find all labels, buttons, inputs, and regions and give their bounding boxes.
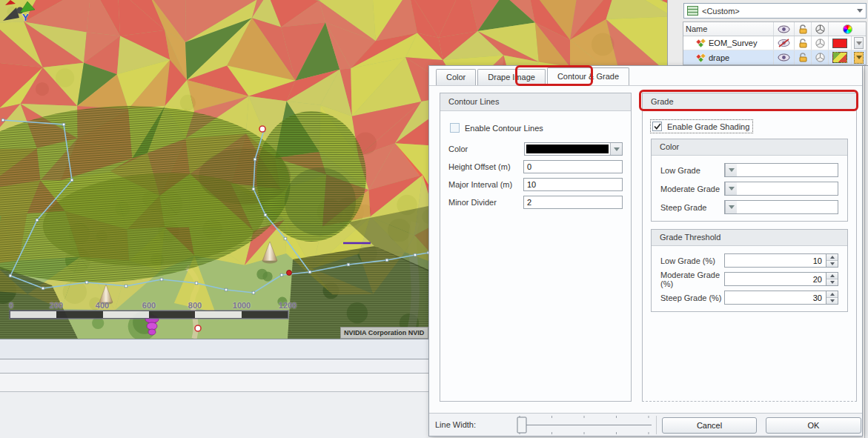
visibility-toggle[interactable]: [774, 36, 795, 50]
grade-threshold-group: Grade Threshold Low Grade (%): [651, 229, 848, 312]
moderate-grade-threshold-field: [724, 272, 838, 286]
minor-divider-input[interactable]: [523, 196, 623, 209]
enable-contour-lines-row[interactable]: Enable Contour Lines: [448, 122, 546, 134]
spin-down-button[interactable]: [826, 261, 838, 267]
layers-panel: <Custom> Name: [667, 0, 868, 66]
sign-marker-1[interactable]: [195, 325, 201, 331]
rainbow-circle-icon: [843, 24, 852, 34]
minor-divider-label: Minor Divider: [448, 198, 523, 207]
grade-threshold-header: Grade Threshold: [652, 230, 847, 246]
low-grade-threshold-label: Low Grade (%): [660, 256, 724, 265]
enable-grade-shading-checkbox[interactable]: [652, 122, 662, 131]
gizmo-y-cone: [20, 1, 35, 13]
contour-color-combo[interactable]: [524, 142, 623, 156]
spin-down-button[interactable]: [826, 298, 838, 304]
red-pin-marker[interactable]: [287, 271, 292, 276]
contour-lines-group: Contour Lines Enable Contour Lines Color…: [440, 93, 632, 402]
steep-grade-threshold-field: [724, 291, 838, 305]
column-name[interactable]: Name: [683, 22, 774, 36]
grade-header: Grade: [643, 93, 856, 111]
visibility-toggle[interactable]: [774, 50, 795, 64]
height-offset-input[interactable]: [523, 160, 623, 173]
line-width-label: Line Width:: [435, 420, 476, 429]
contour-color-swatch: [526, 145, 609, 153]
layer-row-eom-survey[interactable]: EOM_Survey: [683, 36, 866, 50]
lock-icon: [798, 53, 808, 62]
layer-icon: [696, 39, 706, 47]
spin-down-button[interactable]: [826, 279, 838, 285]
cancel-button[interactable]: Cancel: [662, 417, 757, 434]
eye-icon: [778, 53, 790, 62]
style-toggle[interactable]: [812, 36, 829, 50]
layer-row-drape[interactable]: drape: [683, 50, 866, 64]
steep-grade-threshold-spinner[interactable]: [826, 291, 838, 305]
enable-contour-lines-checkbox[interactable]: [450, 123, 460, 133]
ok-button[interactable]: OK: [766, 417, 861, 434]
layer-preset-combo[interactable]: <Custom>: [683, 3, 867, 19]
orientation-gizmo[interactable]: Y: [0, 0, 47, 30]
wheel-icon: [815, 53, 825, 62]
spin-up-button[interactable]: [826, 254, 838, 261]
style-toggle[interactable]: [812, 50, 829, 64]
chevron-down-icon[interactable]: [857, 9, 863, 13]
footer-separator: [656, 416, 657, 434]
column-style[interactable]: [812, 22, 829, 36]
eye-off-icon: [778, 39, 790, 47]
chevron-down-icon: [856, 56, 862, 59]
steep-grade-threshold-input[interactable]: [724, 291, 826, 305]
gizmo-x-cone: [5, 0, 16, 5]
tab-color[interactable]: Color: [436, 69, 476, 85]
scale-label: 600: [142, 301, 156, 310]
layer-color-dropdown[interactable]: [852, 36, 866, 50]
scale-label: 0: [9, 301, 13, 310]
column-color[interactable]: [829, 22, 866, 36]
column-lock[interactable]: [795, 22, 812, 36]
steep-grade-color-label: Steep Grade: [660, 203, 724, 212]
low-grade-color-dropdown[interactable]: [725, 164, 737, 176]
contour-lines-header: Contour Lines: [440, 93, 631, 111]
bottom-panel-strip: [0, 374, 428, 392]
lock-icon: [798, 39, 808, 48]
moderate-grade-color-combo[interactable]: [724, 182, 838, 196]
tab-underline: [429, 85, 862, 86]
low-grade-color-combo[interactable]: [724, 163, 838, 177]
moderate-grade-threshold-input[interactable]: [724, 272, 826, 286]
moderate-grade-threshold-spinner[interactable]: [826, 272, 838, 286]
spin-up-button[interactable]: [826, 291, 838, 298]
slider-handle[interactable]: [517, 417, 526, 433]
major-interval-label: Major Interval (m): [448, 180, 523, 189]
contour-color-dropdown[interactable]: [610, 143, 622, 155]
nvidia-watermark: NVIDIA Corporation NVID: [340, 327, 428, 339]
layer-color-swatch[interactable]: [829, 36, 852, 50]
right-edge-panel: [863, 66, 868, 438]
layer-icon: [696, 53, 706, 62]
lock-toggle[interactable]: [795, 36, 812, 50]
survey-area-right: [256, 111, 366, 242]
layers-table: Name: [683, 21, 867, 65]
sign-marker-2[interactable]: [259, 126, 265, 132]
low-grade-threshold-input[interactable]: [724, 253, 826, 268]
layer-color-dropdown[interactable]: [852, 50, 866, 64]
enable-grade-shading-row[interactable]: Enable Grade Shading: [651, 120, 752, 133]
layer-image-swatch[interactable]: [829, 50, 852, 64]
tab-drape-image[interactable]: Drape Image: [477, 69, 546, 85]
major-interval-input[interactable]: [523, 178, 623, 191]
contour-color-label: Color: [448, 145, 524, 153]
scale-bar: [10, 311, 288, 319]
layer-name: EOM_Survey: [706, 39, 757, 47]
steep-grade-threshold-label: Steep Grade (%): [660, 293, 724, 302]
scale-label: 200: [50, 301, 63, 310]
line-width-slider[interactable]: [509, 414, 657, 437]
spin-up-button[interactable]: [826, 273, 838, 279]
lock-toggle[interactable]: [795, 50, 812, 64]
eye-icon: [778, 25, 790, 33]
enable-contour-lines-label: Enable Contour Lines: [465, 124, 543, 133]
column-visibility[interactable]: [774, 22, 795, 36]
steep-grade-color-dropdown[interactable]: [725, 201, 737, 213]
steep-grade-color-combo[interactable]: [724, 200, 838, 214]
moderate-grade-color-dropdown[interactable]: [725, 182, 737, 195]
low-grade-threshold-spinner[interactable]: [826, 253, 838, 268]
layer-name-cell: EOM_Survey: [683, 36, 774, 50]
drape-thumbnail: [832, 52, 847, 63]
tab-contour-grade[interactable]: Contour & Grade: [547, 67, 629, 85]
